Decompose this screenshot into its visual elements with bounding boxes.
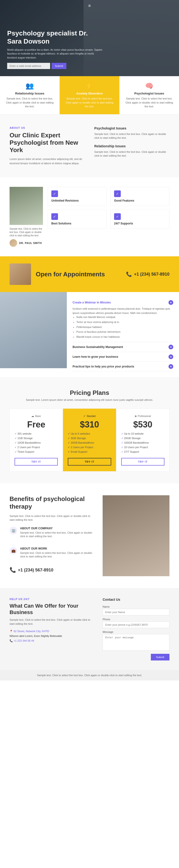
plan-feature: 3GB Storage — [68, 436, 111, 440]
pricing-title: Pricing Plans — [9, 389, 170, 397]
appointments-photo — [9, 264, 31, 285]
phone-label: Phone — [103, 618, 170, 621]
check-photo — [9, 187, 43, 225]
accordion-toggle-3[interactable]: + — [169, 364, 173, 369]
benefit-desc-work: Sample text. Click to select the text bo… — [20, 551, 93, 559]
form-group-phone: Phone — [103, 618, 170, 628]
about-section1-desc: Sample text. Click to select the text bo… — [94, 132, 170, 140]
plan-icon-basic: ☁ — [31, 414, 34, 418]
accordion-toggle-0[interactable]: + — [169, 300, 173, 305]
hero-content: Psychology specialist Dr. Sara Dowson Mo… — [7, 29, 103, 69]
plan-feature: 20GB Storage — [121, 436, 164, 440]
plan-features-professional: Up to 10 website 20GB Storage 100GB Band… — [121, 432, 164, 454]
benefits-title: Benefits of psychological therapy — [9, 495, 93, 510]
appointments-phone-number: +1 (234) 567-8910 — [134, 272, 170, 277]
plan-label-professional: ◈ Professional — [121, 414, 164, 418]
about-section2-title: Relationship Issues — [94, 144, 170, 148]
check-item-title-best: Best Solutions — [51, 222, 71, 225]
benefits-section: Benefits of psychological therapy Sample… — [0, 484, 179, 588]
about-title: Our Clinic Expert Psychologist from New … — [9, 132, 85, 154]
hero-form: Submit — [7, 63, 103, 69]
footer: Help Us 24/7 What Can We Offer for Your … — [0, 588, 179, 680]
plan-try-professional[interactable]: TRY IT — [121, 458, 164, 466]
accordion-list-0: Nulla non blandit liberum volutpat. Tort… — [73, 315, 173, 339]
about-section1-title: Psychologist Issues — [94, 126, 170, 130]
doctor-info: DR. PAUL SMITH — [9, 239, 43, 247]
plan-feature: 2 Users per Project — [68, 445, 111, 450]
benefits-right — [103, 495, 170, 576]
message-textarea[interactable] — [103, 634, 170, 651]
plan-label-standart: ✓ Standart — [68, 414, 111, 418]
footer-top: Help Us 24/7 What Can We Offer for Your … — [0, 588, 179, 670]
phone-input[interactable] — [103, 621, 170, 628]
contact-title: Contact Us — [103, 598, 170, 601]
psychologist-icon: 🧠 — [124, 82, 174, 90]
plan-label-basic: ☁ Basic — [15, 414, 58, 418]
benefits-photo — [103, 495, 170, 576]
footer-phone: +1 223 344 56 44 — [14, 639, 34, 642]
about-section: ABOUT US Our Clinic Expert Psychologist … — [0, 115, 179, 178]
phone-icon: 📞 — [126, 271, 132, 277]
plan-try-standart[interactable]: TRY IT — [68, 458, 111, 466]
plan-feature: 100GB Bandwidthmo — [121, 440, 164, 445]
accordion-toggle-2[interactable]: + — [169, 354, 173, 359]
check-left: Sample text. Click to select the text bo… — [9, 187, 43, 247]
about-description: Lorem ipsum dolor sit amet, consectetur … — [9, 157, 85, 165]
plan-features-standart: Up to 5 websites 3GB Storage 20GB Bandwi… — [68, 432, 111, 454]
plan-feature: Up to 5 websites — [68, 432, 111, 436]
check-item-good: ✓ Good Features — [110, 187, 170, 206]
benefit-item-work: 💼 ABOUT OUR WORK Sample text. Click to s… — [9, 547, 93, 563]
benefit-text-work: ABOUT OUR WORK Sample text. Click to sel… — [20, 547, 93, 563]
feature-desc-anxiety: Sample text. Click to select the text bo… — [65, 97, 114, 108]
accordion-item-2: Learn how to grow your business + — [73, 352, 173, 362]
accordion-item-1: Business Sustainability Management + — [73, 342, 173, 352]
accordion-list-item: Tortor at risus viverra adipiscing at in… — [76, 320, 173, 324]
check-item-title-unlimited: Unlimited Revisions — [51, 199, 79, 202]
plan-feature: 301 website — [15, 432, 58, 436]
name-label: Name — [103, 605, 170, 608]
accordion-header-1[interactable]: Business Sustainability Management + — [73, 345, 173, 349]
about-left: ABOUT US Our Clinic Expert Psychologist … — [9, 126, 85, 166]
pricing-section: Pricing Plans Sample text. Lorem ipsum d… — [0, 377, 179, 484]
pricing-card-standart: ✓ Standart $310 Up to 5 websites 3GB Sto… — [63, 408, 116, 471]
doctor-avatar — [9, 239, 17, 247]
benefits-phone[interactable]: 📞 +1 (234) 567-8910 — [9, 567, 93, 573]
benefit-label-work: ABOUT OUR WORK — [20, 547, 93, 550]
accordion-header-0[interactable]: Create a Webinar in Minutes + — [73, 300, 173, 305]
benefits-left: Benefits of psychological therapy Sample… — [9, 495, 93, 576]
feature-desc-relationship: Sample text. Click to select the text bo… — [5, 97, 55, 108]
footer-left: Help Us 24/7 What Can We Offer for Your … — [9, 598, 93, 660]
footer-bottom: Sample text. Click to select the text bo… — [0, 670, 179, 680]
form-group-message: Message — [103, 630, 170, 651]
check-mark-unlimited: ✓ — [51, 190, 58, 197]
name-input[interactable] — [103, 609, 170, 616]
accordion-list-item: Blandit turpis cursus in hac habitasse. — [76, 335, 173, 339]
appointments-phone[interactable]: 📞 +1 (234) 567-8910 — [126, 271, 170, 277]
accordion-header-2[interactable]: Learn how to grow your business + — [73, 354, 173, 359]
hamburger-menu[interactable]: ≡ — [88, 3, 91, 8]
feature-title-psychologist: Psychologist Issues — [124, 92, 174, 95]
hero-submit-button[interactable]: Submit — [52, 63, 66, 69]
pricing-subtitle: Sample text. Lorem ipsum dolor sit amet,… — [9, 398, 170, 401]
accordion-header-3[interactable]: Practical tips to help you price your pr… — [73, 364, 173, 369]
plan-feature: 20GB Bandwidthmo — [68, 440, 111, 445]
benefits-phone-icon: 📞 — [9, 567, 16, 573]
footer-address-line1: 62 Street, Network City, NYPD — [14, 630, 49, 632]
message-label: Message — [103, 630, 170, 633]
doctor-name: DR. PAUL SMITH — [19, 242, 42, 244]
accordion-title-0: Create a Webinar in Minutes — [73, 301, 111, 304]
check-mark-support: ✓ — [114, 213, 121, 220]
benefits-description: Sample text. Click to select the text bo… — [9, 514, 93, 522]
accordion-title-3: Practical tips to help you price your pr… — [73, 365, 134, 368]
pricing-card-professional: ◈ Professional $530 Up to 10 website 20G… — [116, 408, 170, 471]
appointments-banner: Open for Appointments 📞 +1 (234) 567-891… — [0, 256, 179, 292]
hamburger-icon: ≡ — [88, 3, 91, 8]
plan-try-basic[interactable]: TRY IT — [15, 458, 58, 466]
contact-submit-button[interactable]: Submit — [151, 654, 170, 660]
feature-title-relationship: Relationship Issues — [5, 92, 55, 95]
accordion-item-3: Practical tips to help you price your pr… — [73, 362, 173, 372]
plan-feature: 10GB Bandwidthmo — [15, 440, 58, 445]
check-mark-best: ✓ — [51, 213, 58, 220]
email-input[interactable] — [7, 63, 50, 69]
accordion-toggle-1[interactable]: + — [169, 345, 173, 349]
